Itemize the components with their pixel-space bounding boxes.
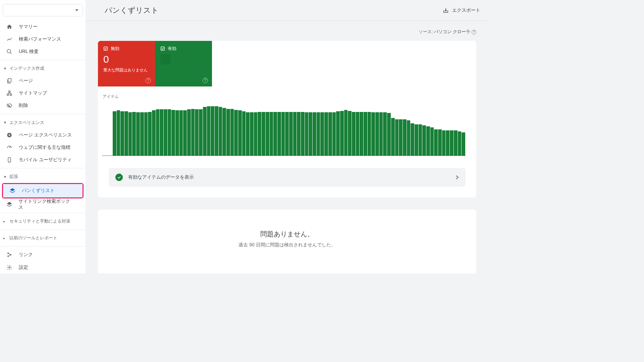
chart-bar bbox=[207, 106, 211, 156]
nav-sitemap[interactable]: サイトマップ bbox=[0, 87, 78, 100]
nav-label: URL 検査 bbox=[19, 49, 39, 55]
section-old-tools[interactable]: ▸以前のツールとレポート bbox=[0, 232, 86, 244]
nav-label: ウェブに関する主な指標 bbox=[19, 144, 70, 150]
chart-bar bbox=[266, 112, 269, 156]
nav-breadcrumb[interactable]: パンくずリスト bbox=[3, 184, 83, 197]
svg-rect-15 bbox=[161, 47, 165, 51]
help-icon[interactable]: ? bbox=[203, 78, 208, 83]
home-icon bbox=[6, 23, 13, 30]
chart-bar bbox=[246, 112, 250, 156]
section-experience[interactable]: ▼エクスペリエンス bbox=[0, 116, 86, 129]
mobile-icon bbox=[6, 157, 13, 163]
chart-bar bbox=[140, 112, 144, 156]
chart-bar bbox=[336, 111, 340, 156]
checkbox-icon bbox=[160, 46, 165, 51]
chart-bar bbox=[411, 123, 414, 156]
section-security[interactable]: ▸セキュリティと手動による対策 bbox=[0, 215, 86, 228]
chart-bar bbox=[446, 130, 449, 156]
chart-bar bbox=[368, 112, 371, 156]
caret-right-icon: ▸ bbox=[3, 220, 7, 223]
nav-summary[interactable]: サマリー bbox=[0, 20, 78, 33]
link-icon bbox=[6, 251, 13, 258]
chevron-down-icon bbox=[75, 9, 78, 11]
nav-links[interactable]: リンク bbox=[0, 249, 78, 261]
layers-icon bbox=[6, 201, 12, 208]
no-issues-sub: 過去 90 日間に問題は検出されませんでした。 bbox=[109, 242, 466, 248]
chart-title: アイテム bbox=[103, 94, 466, 100]
chart-bar bbox=[297, 112, 301, 156]
pages-icon bbox=[6, 77, 13, 84]
chart-bar bbox=[415, 124, 418, 156]
svg-point-0 bbox=[7, 49, 11, 53]
nav-label: ページ bbox=[19, 78, 33, 84]
help-icon[interactable]: ? bbox=[472, 30, 476, 35]
chart-bar bbox=[117, 110, 120, 156]
chart-bar bbox=[168, 109, 171, 156]
chart-bar bbox=[203, 107, 207, 156]
chart-bar bbox=[183, 110, 187, 156]
show-valid-data-button[interactable]: 有効なアイテムのデータを表示 bbox=[109, 168, 466, 187]
chart-bar bbox=[430, 127, 434, 156]
section-indexing[interactable]: ▼インデックス作成 bbox=[0, 62, 86, 75]
chart-bar bbox=[407, 120, 411, 156]
nav-sitelink-search[interactable]: サイトリンク検索ボックス bbox=[0, 198, 78, 211]
chart-bar bbox=[285, 112, 289, 156]
chart-bar bbox=[148, 112, 152, 156]
chart-bar bbox=[273, 112, 277, 156]
chart-bar bbox=[277, 112, 281, 156]
visibility-off-icon bbox=[6, 102, 13, 109]
chart-bar bbox=[317, 112, 320, 156]
chart-bar bbox=[426, 126, 430, 156]
chart-bar bbox=[250, 112, 254, 156]
chart-bar bbox=[164, 109, 167, 156]
show-valid-label: 有効なアイテムのデータを表示 bbox=[128, 174, 194, 180]
chevron-right-icon bbox=[455, 175, 459, 180]
svg-rect-2 bbox=[8, 78, 11, 82]
chart-bar bbox=[270, 112, 273, 156]
property-selector[interactable] bbox=[3, 4, 83, 16]
nav-core-web-vitals[interactable]: ウェブに関する主な指標 bbox=[0, 141, 78, 154]
help-icon[interactable]: ? bbox=[146, 78, 151, 83]
chart-bar bbox=[320, 112, 324, 156]
no-issues-title: 問題ありません。 bbox=[109, 230, 466, 239]
nav-performance[interactable]: 検索パフォーマンス bbox=[0, 33, 78, 45]
overview-card: 無効 0 重大な問題はありません ? 有効 ? アイテム bbox=[98, 41, 476, 197]
chart-bar bbox=[234, 110, 238, 156]
chart-bar bbox=[289, 112, 293, 156]
chart-bar bbox=[454, 130, 458, 156]
nav-label: 設定 bbox=[19, 264, 28, 270]
nav-removal[interactable]: 削除 bbox=[0, 100, 78, 112]
section-enhancements[interactable]: ▼拡張 bbox=[0, 170, 86, 183]
chart-bar bbox=[171, 110, 175, 156]
chart-bar bbox=[199, 109, 203, 156]
chart-bar bbox=[242, 111, 246, 156]
chart-bar bbox=[120, 111, 124, 156]
export-button[interactable]: エクスポート bbox=[443, 7, 480, 13]
sidebar: サマリー 検索パフォーマンス URL 検査 ▼インデックス作成 ページ サイトマ… bbox=[0, 0, 86, 274]
nav-url-inspect[interactable]: URL 検査 bbox=[0, 45, 78, 58]
tab-valid[interactable]: 有効 ? bbox=[155, 41, 212, 86]
svg-rect-5 bbox=[10, 94, 12, 96]
topbar: パンくずリスト エクスポート bbox=[86, 0, 488, 21]
chart-bar bbox=[144, 112, 148, 156]
chart-bar bbox=[222, 108, 226, 156]
nav-page-experience[interactable]: ページ エクスペリエンス bbox=[0, 129, 78, 141]
chart-bar bbox=[175, 110, 179, 156]
nav-label: リンク bbox=[19, 252, 33, 258]
nav-settings[interactable]: 設定 bbox=[0, 261, 78, 274]
chart-bar bbox=[309, 112, 312, 156]
chart-bar bbox=[371, 112, 375, 156]
nav-pages[interactable]: ページ bbox=[0, 75, 78, 87]
main: パンくずリスト エクスポート ソース: パソコン クローラ? 無効 0 重大な問… bbox=[86, 0, 488, 274]
chart-bar bbox=[360, 112, 363, 156]
tab-invalid[interactable]: 無効 0 重大な問題はありません ? bbox=[98, 41, 155, 86]
chart-bar bbox=[124, 111, 128, 156]
chart-bar bbox=[215, 106, 218, 156]
chart-bar bbox=[356, 112, 360, 156]
status-tabs: 無効 0 重大な問題はありません ? 有効 ? bbox=[98, 41, 476, 86]
svg-rect-3 bbox=[9, 91, 10, 93]
nav-mobile-usability[interactable]: モバイル ユーザビリティ bbox=[0, 154, 78, 166]
chart-bar bbox=[226, 109, 230, 156]
chart-bar bbox=[160, 109, 163, 156]
chart-bar bbox=[254, 112, 258, 156]
